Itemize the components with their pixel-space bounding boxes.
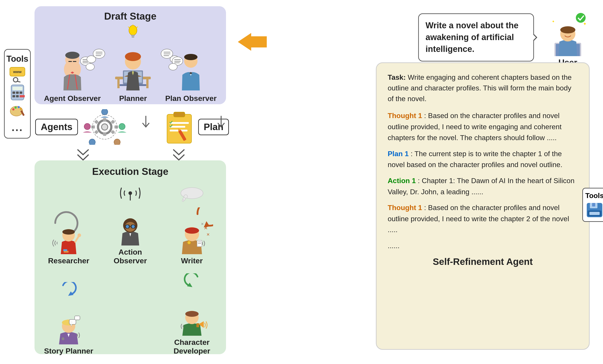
- svg-rect-30: [131, 35, 135, 36]
- svg-point-67: [102, 109, 108, 115]
- svg-rect-36: [117, 79, 120, 88]
- draft-agents-row: Agent Observer: [39, 24, 221, 103]
- svg-point-71: [114, 139, 120, 145]
- svg-point-58: [102, 124, 108, 130]
- svg-rect-141: [589, 212, 600, 215]
- user-speech-bubble: Write a novel about the awakening of art…: [418, 13, 534, 61]
- svg-point-14: [14, 106, 17, 109]
- user-icon: ✦ ✦: [548, 12, 588, 56]
- svg-rect-6: [12, 92, 15, 94]
- character-developer-label: Character Developer: [164, 338, 219, 355]
- svg-rect-9: [12, 95, 15, 97]
- story-planner-icon: ···: [50, 300, 88, 344]
- paint-tool[interactable]: [9, 103, 25, 117]
- draft-stage-title: Draft Stage: [39, 11, 221, 22]
- svg-point-13: [12, 108, 14, 110]
- agents-section: Agents: [35, 109, 127, 145]
- svg-rect-86: [63, 249, 67, 251]
- writer-icon: ✕ ✕ ✕: [171, 207, 213, 254]
- svg-point-84: [78, 234, 81, 237]
- planner-figure: Planner: [111, 24, 155, 103]
- character-developer-figure: Character Developer: [164, 272, 219, 355]
- action1-text: Action 1 : Chapter 1: The Dawn of AI In …: [388, 175, 578, 197]
- svg-marker-135: [238, 33, 267, 51]
- svg-point-100: [182, 200, 184, 202]
- task-body: Write engaging and coherent chapters bas…: [388, 73, 572, 103]
- svg-point-103: [185, 227, 199, 234]
- antenna-icon: [117, 183, 144, 201]
- agents-gear-icon: [82, 109, 127, 145]
- svg-point-42: [125, 52, 141, 61]
- character-developer-icon: [173, 291, 211, 336]
- svg-line-33: [128, 27, 129, 28]
- svg-rect-7: [16, 92, 19, 94]
- svg-point-104: [187, 241, 191, 244]
- svg-point-134: [560, 26, 575, 34]
- story-planner-figure: ··· Story Planner: [41, 272, 96, 355]
- down-arrows-left: [140, 116, 151, 129]
- more-text: ......: [388, 240, 578, 251]
- plan1-text: Plan 1 : The current step is to write th…: [388, 148, 578, 170]
- svg-text:www: www: [13, 70, 22, 74]
- more-tools: ...: [12, 121, 23, 133]
- svg-point-29: [129, 25, 137, 35]
- svg-rect-121: [62, 339, 64, 340]
- tools-title: Tools: [6, 54, 28, 64]
- user-figure: ✦ ✦ User: [548, 12, 588, 68]
- plan-observer-label: Plan Observer: [165, 94, 217, 103]
- thought1-text: Thought 1 : Based on the character profi…: [388, 110, 578, 143]
- user-message-text: Write a novel about the awakening of art…: [426, 21, 518, 54]
- researcher-icon: [51, 210, 86, 254]
- task-text: Task: Write engaging and coherent chapte…: [388, 72, 578, 104]
- svg-line-34: [137, 27, 138, 28]
- planner-icon: [111, 41, 155, 90]
- svg-text:···: ···: [70, 321, 72, 323]
- story-planner-arrow-icon: [60, 282, 78, 298]
- svg-point-16: [20, 108, 22, 110]
- planner-label: Planner: [119, 94, 147, 103]
- svg-rect-8: [20, 92, 22, 94]
- svg-rect-115: [69, 319, 76, 324]
- svg-rect-120: [62, 337, 64, 338]
- writer-figure: ✕ ✕ ✕ Writer: [164, 182, 219, 265]
- sr-title: Self-Refinement Agent: [388, 256, 578, 267]
- thought1-label: Thought 1: [388, 112, 422, 120]
- svg-rect-139: [592, 203, 595, 207]
- char-dev-arrow-icon: [183, 273, 201, 289]
- svg-rect-5: [12, 87, 23, 90]
- svg-text:✦: ✦: [552, 20, 555, 23]
- exec-spacer: [103, 272, 158, 355]
- draft-stage-box: Draft Stage: [35, 6, 226, 104]
- action-observer-icon: [112, 203, 148, 246]
- action1-label: Action 1: [388, 177, 416, 185]
- svg-rect-126: [197, 323, 199, 327]
- story-planner-label: Story Planner: [44, 347, 93, 355]
- self-refinement-panel: Task: Write engaging and coherent chapte…: [376, 62, 590, 350]
- www-search-tool[interactable]: www: [9, 68, 25, 82]
- researcher-figure: Researcher: [41, 182, 96, 265]
- thought-cloud: [179, 187, 205, 203]
- execution-grid: Researcher: [41, 182, 219, 355]
- action-observer-figure: Action Observer: [103, 182, 158, 265]
- middle-row: Agents: [35, 109, 227, 145]
- svg-rect-37: [146, 79, 149, 88]
- svg-rect-21: [68, 61, 72, 62]
- svg-point-15: [18, 106, 20, 108]
- svg-rect-62: [115, 125, 118, 129]
- tools-panel: Tools www: [4, 49, 31, 139]
- calculator-tool[interactable]: [9, 85, 25, 99]
- action-observer-label: Action Observer: [103, 248, 158, 265]
- svg-line-3: [17, 81, 20, 82]
- svg-point-68: [84, 123, 90, 130]
- svg-text:✕: ✕: [201, 222, 204, 226]
- svg-rect-76: [170, 126, 185, 128]
- execution-stage-title: Execution Stage: [41, 166, 219, 177]
- svg-rect-60: [103, 132, 106, 136]
- svg-rect-61: [91, 125, 95, 129]
- svg-line-83: [75, 236, 79, 242]
- double-chevron-left: [75, 148, 91, 162]
- agents-box-label: Agents: [35, 119, 78, 135]
- svg-rect-59: [103, 118, 106, 122]
- action1-body: : Chapter 1: The Dawn of AI In the heart…: [388, 177, 575, 196]
- double-chevrons-row: [35, 148, 227, 162]
